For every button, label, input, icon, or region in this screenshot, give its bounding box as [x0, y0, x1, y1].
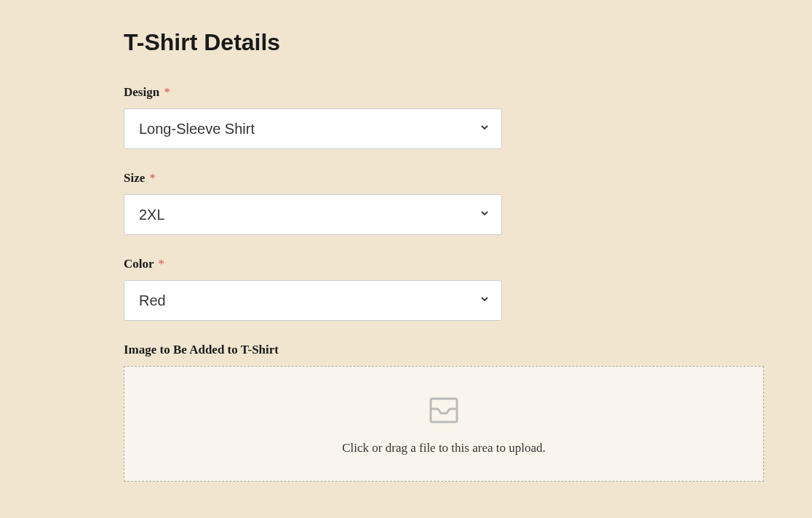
required-asterisk: * [164, 85, 170, 99]
color-field: Color * Red [124, 257, 735, 321]
size-label-text: Size [124, 171, 145, 185]
design-label-text: Design [124, 85, 159, 99]
upload-label: Image to Be Added to T-Shirt [124, 343, 735, 357]
size-select[interactable]: 2XL [124, 194, 502, 235]
size-label: Size * [124, 171, 735, 186]
upload-field: Image to Be Added to T-Shirt Click or dr… [124, 343, 735, 482]
size-field: Size * 2XL [124, 171, 735, 235]
upload-instruction: Click or drag a file to this area to upl… [139, 441, 749, 455]
color-select[interactable]: Red [124, 280, 502, 321]
upload-dropzone[interactable]: Click or drag a file to this area to upl… [124, 366, 764, 482]
design-label: Design * [124, 85, 735, 100]
inbox-icon [428, 396, 460, 428]
color-label-text: Color [124, 257, 154, 271]
color-label: Color * [124, 257, 735, 271]
required-asterisk: * [159, 257, 165, 271]
page-title: T-Shirt Details [124, 29, 735, 56]
design-select[interactable]: Long-Sleeve Shirt [124, 108, 502, 149]
design-field: Design * Long-Sleeve Shirt [124, 85, 735, 149]
required-asterisk: * [150, 171, 156, 185]
